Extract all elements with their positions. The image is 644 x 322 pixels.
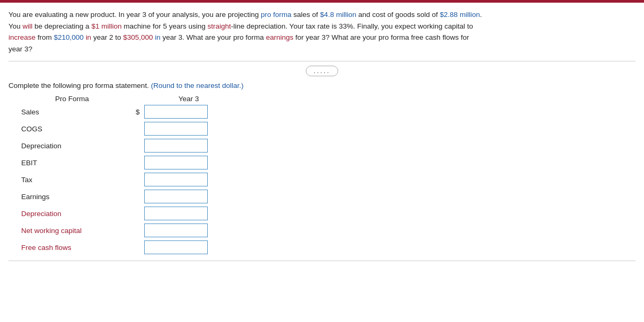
header-proforma: Pro Forma bbox=[19, 95, 125, 103]
table-row: Earnings $ bbox=[19, 190, 636, 203]
row-label-tax: Tax bbox=[19, 176, 136, 184]
main-content: You are evaluating a new product. In yea… bbox=[0, 3, 644, 270]
dollar-sign: $ bbox=[136, 108, 143, 116]
table-row: Free cash flows $ bbox=[19, 240, 636, 254]
problem-line4: year 3? bbox=[8, 45, 32, 53]
input-ebit[interactable] bbox=[144, 156, 208, 169]
input-cogs[interactable] bbox=[144, 122, 208, 136]
dots-row: ..... bbox=[8, 66, 636, 76]
problem-line2: You will be depreciating a $1 million ma… bbox=[8, 22, 473, 30]
table-header: Pro Forma Year 3 bbox=[19, 95, 636, 103]
input-sales[interactable] bbox=[144, 105, 208, 119]
problem-text: You are evaluating a new product. In yea… bbox=[8, 9, 636, 55]
table-row: Depreciation $ bbox=[19, 207, 636, 220]
bottom-divider bbox=[8, 261, 636, 261]
top-divider bbox=[8, 61, 636, 61]
instruction-text: Complete the following pro forma stateme… bbox=[8, 82, 636, 90]
table-row: COGS $ bbox=[19, 122, 636, 136]
input-tax[interactable] bbox=[144, 173, 208, 186]
row-label-fcf: Free cash flows bbox=[19, 244, 136, 252]
row-label-sales: Sales bbox=[19, 108, 136, 116]
row-label-earnings: Earnings bbox=[19, 193, 136, 201]
problem-line1: You are evaluating a new product. In yea… bbox=[8, 11, 482, 19]
pro-forma-table: Pro Forma Year 3 Sales $ COGS $ Deprecia… bbox=[19, 95, 636, 254]
row-label-cogs: COGS bbox=[19, 125, 136, 133]
row-label-nwc: Net working capital bbox=[19, 227, 136, 235]
problem-line3: increase from $210,000 in year 2 to $305… bbox=[8, 33, 469, 41]
table-row: EBIT $ bbox=[19, 156, 636, 169]
dots: ..... bbox=[314, 67, 331, 75]
input-earnings[interactable] bbox=[144, 190, 208, 203]
instruction-paren: (Round to the nearest dollar.) bbox=[151, 82, 244, 90]
dots-capsule: ..... bbox=[306, 66, 339, 76]
instruction-main: Complete the following pro forma stateme… bbox=[8, 82, 149, 90]
table-row: Depreciation $ bbox=[19, 139, 636, 153]
input-fcf[interactable] bbox=[144, 240, 208, 254]
row-label-ebit: EBIT bbox=[19, 159, 136, 167]
table-row: Tax $ bbox=[19, 173, 636, 186]
header-year: Year 3 bbox=[157, 95, 220, 103]
input-nwc[interactable] bbox=[144, 223, 208, 237]
table-row: Sales $ bbox=[19, 105, 636, 119]
input-depreciation2[interactable] bbox=[144, 207, 208, 220]
input-depreciation1[interactable] bbox=[144, 139, 208, 153]
row-label-depreciation1: Depreciation bbox=[19, 142, 136, 150]
row-label-depreciation2: Depreciation bbox=[19, 210, 136, 218]
table-row: Net working capital $ bbox=[19, 223, 636, 237]
